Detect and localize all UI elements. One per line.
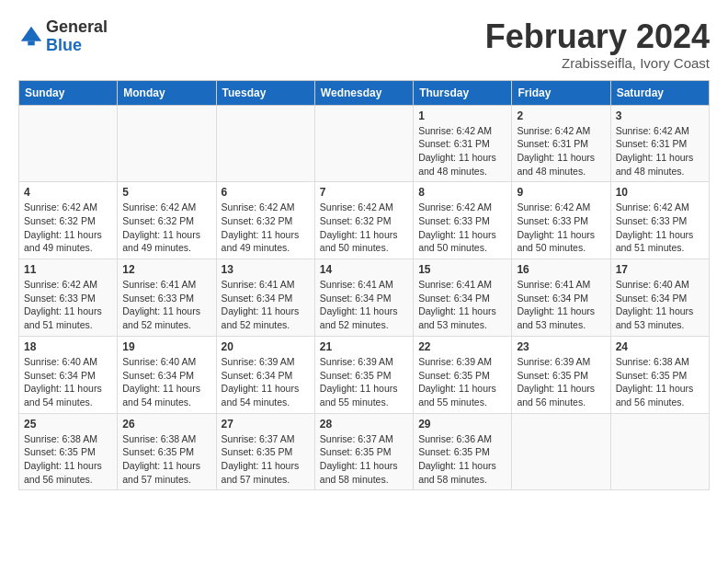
day-number: 22 [418, 340, 506, 353]
day-number: 6 [222, 186, 310, 199]
calendar-cell [610, 413, 709, 490]
calendar-cell: 7Sunrise: 6:42 AM Sunset: 6:32 PM Daylig… [314, 182, 413, 259]
weekday-header-friday: Friday [512, 80, 610, 105]
day-info: Sunrise: 6:40 AM Sunset: 6:34 PM Dayligh… [24, 355, 112, 409]
calendar-cell: 16Sunrise: 6:41 AM Sunset: 6:34 PM Dayli… [512, 259, 610, 337]
day-info: Sunrise: 6:41 AM Sunset: 6:34 PM Dayligh… [517, 278, 605, 332]
day-number: 13 [222, 263, 310, 276]
day-info: Sunrise: 6:39 AM Sunset: 6:35 PM Dayligh… [517, 355, 605, 409]
calendar-cell: 15Sunrise: 6:41 AM Sunset: 6:34 PM Dayli… [414, 259, 512, 337]
day-info: Sunrise: 6:36 AM Sunset: 6:35 PM Dayligh… [418, 432, 506, 487]
day-info: Sunrise: 6:42 AM Sunset: 6:33 PM Dayligh… [616, 201, 704, 255]
day-info: Sunrise: 6:42 AM Sunset: 6:32 PM Dayligh… [320, 201, 408, 255]
calendar-cell: 24Sunrise: 6:38 AM Sunset: 6:35 PM Dayli… [610, 336, 709, 413]
calendar-cell: 5Sunrise: 6:42 AM Sunset: 6:32 PM Daylig… [118, 182, 216, 259]
day-number: 11 [24, 263, 112, 276]
weekday-header-wednesday: Wednesday [314, 80, 413, 105]
day-info: Sunrise: 6:38 AM Sunset: 6:35 PM Dayligh… [24, 432, 112, 487]
day-number: 1 [418, 109, 506, 122]
day-number: 5 [122, 186, 210, 199]
calendar-cell: 25Sunrise: 6:38 AM Sunset: 6:35 PM Dayli… [19, 413, 118, 490]
calendar-cell: 3Sunrise: 6:42 AM Sunset: 6:31 PM Daylig… [610, 105, 709, 182]
calendar-week-row: 4Sunrise: 6:42 AM Sunset: 6:32 PM Daylig… [19, 182, 710, 259]
calendar-cell: 20Sunrise: 6:39 AM Sunset: 6:34 PM Dayli… [216, 336, 314, 413]
logo-general-text: General [46, 17, 108, 36]
day-number: 26 [122, 418, 210, 431]
page-header: General Blue February 2024 Zrabisseifla,… [18, 18, 710, 71]
day-number: 17 [616, 263, 704, 276]
calendar-cell: 9Sunrise: 6:42 AM Sunset: 6:33 PM Daylig… [512, 182, 610, 259]
weekday-header-monday: Monday [118, 80, 216, 105]
calendar-cell: 17Sunrise: 6:40 AM Sunset: 6:34 PM Dayli… [610, 259, 709, 337]
day-info: Sunrise: 6:41 AM Sunset: 6:34 PM Dayligh… [320, 278, 408, 332]
day-info: Sunrise: 6:42 AM Sunset: 6:32 PM Dayligh… [24, 201, 112, 255]
calendar-week-row: 18Sunrise: 6:40 AM Sunset: 6:34 PM Dayli… [19, 336, 710, 413]
day-number: 23 [517, 340, 605, 353]
day-number: 21 [320, 340, 408, 353]
day-info: Sunrise: 6:42 AM Sunset: 6:31 PM Dayligh… [418, 124, 506, 178]
calendar-cell: 14Sunrise: 6:41 AM Sunset: 6:34 PM Dayli… [314, 259, 413, 337]
month-year-title: February 2024 [485, 18, 710, 55]
calendar-cell: 6Sunrise: 6:42 AM Sunset: 6:32 PM Daylig… [216, 182, 314, 259]
day-info: Sunrise: 6:41 AM Sunset: 6:33 PM Dayligh… [122, 278, 210, 332]
day-number: 10 [616, 186, 704, 199]
day-info: Sunrise: 6:42 AM Sunset: 6:33 PM Dayligh… [418, 201, 506, 255]
calendar-cell: 28Sunrise: 6:37 AM Sunset: 6:35 PM Dayli… [314, 413, 413, 490]
day-number: 4 [24, 186, 112, 199]
calendar-week-row: 25Sunrise: 6:38 AM Sunset: 6:35 PM Dayli… [19, 413, 710, 490]
calendar-cell: 19Sunrise: 6:40 AM Sunset: 6:34 PM Dayli… [118, 336, 216, 413]
day-info: Sunrise: 6:39 AM Sunset: 6:35 PM Dayligh… [418, 355, 506, 409]
day-number: 12 [122, 263, 210, 276]
day-info: Sunrise: 6:42 AM Sunset: 6:33 PM Dayligh… [517, 201, 605, 255]
weekday-header-sunday: Sunday [19, 80, 118, 105]
day-info: Sunrise: 6:40 AM Sunset: 6:34 PM Dayligh… [616, 278, 704, 332]
day-number: 29 [418, 418, 506, 431]
calendar-cell: 27Sunrise: 6:37 AM Sunset: 6:35 PM Dayli… [216, 413, 314, 490]
day-number: 2 [517, 109, 605, 122]
calendar-week-row: 1Sunrise: 6:42 AM Sunset: 6:31 PM Daylig… [19, 105, 710, 182]
weekday-header-tuesday: Tuesday [216, 80, 314, 105]
day-info: Sunrise: 6:42 AM Sunset: 6:31 PM Dayligh… [517, 124, 605, 178]
calendar-cell: 10Sunrise: 6:42 AM Sunset: 6:33 PM Dayli… [610, 182, 709, 259]
calendar-cell: 11Sunrise: 6:42 AM Sunset: 6:33 PM Dayli… [19, 259, 118, 337]
day-info: Sunrise: 6:42 AM Sunset: 6:31 PM Dayligh… [616, 124, 704, 178]
day-number: 18 [24, 340, 112, 353]
day-number: 24 [616, 340, 704, 353]
calendar-cell [118, 105, 216, 182]
day-number: 19 [122, 340, 210, 353]
weekday-header-row: SundayMondayTuesdayWednesdayThursdayFrid… [19, 80, 710, 105]
day-number: 3 [616, 109, 704, 122]
day-number: 16 [517, 263, 605, 276]
day-info: Sunrise: 6:38 AM Sunset: 6:35 PM Dayligh… [616, 355, 704, 409]
calendar-cell: 23Sunrise: 6:39 AM Sunset: 6:35 PM Dayli… [512, 336, 610, 413]
day-info: Sunrise: 6:37 AM Sunset: 6:35 PM Dayligh… [222, 432, 310, 487]
day-number: 15 [418, 263, 506, 276]
calendar-cell [512, 413, 610, 490]
day-number: 27 [222, 418, 310, 431]
calendar-cell: 21Sunrise: 6:39 AM Sunset: 6:35 PM Dayli… [314, 336, 413, 413]
logo-blue-text: Blue [46, 36, 82, 54]
calendar-cell: 29Sunrise: 6:36 AM Sunset: 6:35 PM Dayli… [414, 413, 512, 490]
calendar-cell: 13Sunrise: 6:41 AM Sunset: 6:34 PM Dayli… [216, 259, 314, 337]
day-number: 8 [418, 186, 506, 199]
day-info: Sunrise: 6:41 AM Sunset: 6:34 PM Dayligh… [418, 278, 506, 332]
weekday-header-saturday: Saturday [610, 80, 709, 105]
calendar-cell: 18Sunrise: 6:40 AM Sunset: 6:34 PM Dayli… [19, 336, 118, 413]
day-info: Sunrise: 6:42 AM Sunset: 6:32 PM Dayligh… [222, 201, 310, 255]
weekday-header-thursday: Thursday [414, 80, 512, 105]
title-block: February 2024 Zrabisseifla, Ivory Coast [485, 18, 710, 71]
calendar-week-row: 11Sunrise: 6:42 AM Sunset: 6:33 PM Dayli… [19, 259, 710, 337]
logo: General Blue [18, 18, 108, 55]
day-info: Sunrise: 6:40 AM Sunset: 6:34 PM Dayligh… [122, 355, 210, 409]
day-number: 7 [320, 186, 408, 199]
day-number: 28 [320, 418, 408, 431]
day-info: Sunrise: 6:42 AM Sunset: 6:33 PM Dayligh… [24, 278, 112, 332]
calendar-cell: 8Sunrise: 6:42 AM Sunset: 6:33 PM Daylig… [414, 182, 512, 259]
day-info: Sunrise: 6:41 AM Sunset: 6:34 PM Dayligh… [222, 278, 310, 332]
calendar-cell [19, 105, 118, 182]
calendar-cell [216, 105, 314, 182]
day-info: Sunrise: 6:39 AM Sunset: 6:34 PM Dayligh… [222, 355, 310, 409]
day-info: Sunrise: 6:38 AM Sunset: 6:35 PM Dayligh… [122, 432, 210, 487]
day-info: Sunrise: 6:37 AM Sunset: 6:35 PM Dayligh… [320, 432, 408, 487]
day-info: Sunrise: 6:39 AM Sunset: 6:35 PM Dayligh… [320, 355, 408, 409]
